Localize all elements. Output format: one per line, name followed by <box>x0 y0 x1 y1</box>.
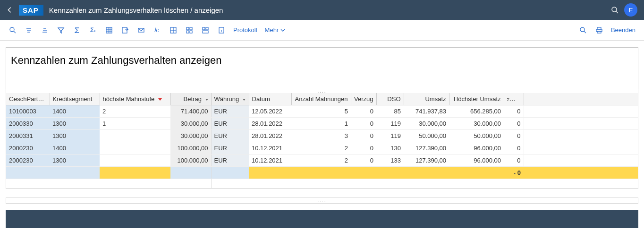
filter-icon[interactable] <box>57 26 65 34</box>
cell-umsatz: 741.937,83 <box>404 105 449 118</box>
svg-point-30 <box>580 27 585 32</box>
layout-icon[interactable] <box>185 26 194 34</box>
chevron-down-icon <box>280 28 285 33</box>
svg-rect-26 <box>203 31 208 33</box>
cell-waehrung: EUR <box>211 142 249 155</box>
sort-desc-icon[interactable] <box>41 26 49 34</box>
page-title: Kennzahlen zum Zahlungsverhalten löschen… <box>49 6 223 14</box>
cell-waehrung: EUR <box>211 118 249 130</box>
spreadsheet-icon[interactable] <box>105 26 113 34</box>
mail-icon[interactable] <box>137 26 145 34</box>
table-row[interactable]: 101000031400271.400,00EUR12.05.202250857… <box>6 105 638 118</box>
panel-title: Kennzahlen zum Zahlungsverhalten anzeige… <box>6 47 638 90</box>
cell-anz-mahnungen: 1 <box>291 118 351 130</box>
subsum-icon[interactable] <box>89 26 97 34</box>
cell-dso: 133 <box>376 155 404 167</box>
cell-anz-mahnungen: 3 <box>291 130 351 142</box>
app-header: SAP Kennzahlen zum Zahlungsverhalten lös… <box>0 0 644 20</box>
layout-change-icon[interactable] <box>201 26 210 34</box>
data-table-wrapper: .... GeschPartner Kreditsegment höchste … <box>6 89 638 189</box>
sum-icon[interactable] <box>73 26 81 34</box>
cell-umsatz: 127.390,00 <box>404 142 449 155</box>
col-dso[interactable]: DSO <box>376 93 404 105</box>
grid-icon[interactable] <box>169 26 178 34</box>
cell-betrag: 30.000,00 <box>170 130 211 142</box>
svg-rect-24 <box>203 27 205 30</box>
cell-extra <box>524 155 638 167</box>
table-resize-handle[interactable]: .... <box>6 89 638 93</box>
secondary-handle[interactable]: .... <box>6 197 638 204</box>
cell-kreditsegment: 1300 <box>50 118 100 130</box>
cell-hoechster-umsatz: 30.000,00 <box>449 118 504 130</box>
cell-anz-mahnungen: 2 <box>291 142 351 155</box>
protocol-label: Protokoll <box>233 26 257 34</box>
cell-kreditsegment: 1300 <box>50 155 100 167</box>
table-row[interactable]: 20003301300130.000,00EUR28.01.2022101193… <box>6 118 638 130</box>
cell-extra <box>524 142 638 155</box>
cell-dso: 85 <box>376 105 404 118</box>
cell-datum: 12.05.2022 <box>249 105 291 118</box>
svg-line-31 <box>584 31 586 33</box>
info-icon[interactable] <box>217 26 226 34</box>
print-icon[interactable] <box>595 26 603 34</box>
exit-button[interactable]: Beenden <box>611 26 636 34</box>
abc-icon[interactable] <box>153 26 161 34</box>
svg-rect-23 <box>190 31 192 33</box>
cell-pro: 0 <box>504 142 524 155</box>
svg-point-0 <box>612 7 617 12</box>
cell-hoechster-umsatz: 96.000,00 <box>449 142 504 155</box>
dropdown-icon <box>205 99 208 101</box>
cell-hoechster-umsatz: 656.285,00 <box>449 105 504 118</box>
col-geschpartner[interactable]: GeschPartner <box>6 93 50 105</box>
blank-row <box>6 179 638 189</box>
cell-betrag: 100.000,00 <box>170 142 211 155</box>
cell-dso: 119 <box>376 118 404 130</box>
cell-dso: 119 <box>376 130 404 142</box>
cell-waehrung: EUR <box>211 130 249 142</box>
protocol-button[interactable]: Protokoll <box>233 26 257 34</box>
sort-asc-icon[interactable] <box>25 26 33 34</box>
table-row[interactable]: 20002301400100.000,00EUR10.12.2021201301… <box>6 142 638 155</box>
cell-umsatz: 50.000,00 <box>404 130 449 142</box>
cell-hoechster-umsatz: 50.000,00 <box>449 130 504 142</box>
table-row[interactable]: 2000331130030.000,00EUR28.01.20223011950… <box>6 130 638 142</box>
avatar[interactable]: E <box>624 3 637 17</box>
find-icon[interactable] <box>579 26 587 34</box>
col-hoechster-umsatz[interactable]: Höchster Umsatz <box>449 93 504 105</box>
col-pro[interactable]: ΣPro <box>504 93 524 105</box>
table-row[interactable]: 20002301300100.000,00EUR10.12.2021201331… <box>6 155 638 167</box>
sum-marker-icon: Σ <box>507 97 510 102</box>
search-icon[interactable] <box>611 6 619 14</box>
col-anz-mahnungen[interactable]: Anzahl Mahnungen <box>291 93 351 105</box>
cell-extra <box>524 105 638 118</box>
col-mahnstufe[interactable]: höchste Mahnstufe <box>100 93 170 105</box>
cell-umsatz: 30.000,00 <box>404 118 449 130</box>
col-umsatz[interactable]: Umsatz <box>404 93 449 105</box>
back-icon[interactable] <box>7 7 13 13</box>
cell-kreditsegment: 1400 <box>50 142 100 155</box>
svg-rect-10 <box>106 27 112 33</box>
cell-waehrung: EUR <box>211 155 249 167</box>
cell-extra <box>524 118 638 130</box>
col-datum[interactable]: Datum <box>249 93 291 105</box>
svg-point-2 <box>10 27 14 32</box>
cell-umsatz: 127.390,00 <box>404 155 449 167</box>
cell-mahnstufe: 1 <box>100 118 170 130</box>
cell-mahnstufe: 2 <box>100 105 170 118</box>
col-verzug[interactable]: Verzug <box>351 93 376 105</box>
more-button[interactable]: Mehr <box>265 26 286 34</box>
more-label: Mehr <box>265 26 279 34</box>
cell-datum: 10.12.2021 <box>249 155 291 167</box>
col-waehrung[interactable]: Währung <box>211 93 249 105</box>
detail-icon[interactable] <box>8 26 17 34</box>
col-kreditsegment[interactable]: Kreditsegment <box>50 93 100 105</box>
cell-pro: 0 <box>504 105 524 118</box>
export-icon[interactable] <box>121 26 129 34</box>
cell-dso: 130 <box>376 142 404 155</box>
cell-datum: 10.12.2021 <box>249 142 291 155</box>
cell-verzug: 0 <box>351 105 376 118</box>
data-table: GeschPartner Kreditsegment höchste Mahns… <box>6 93 638 189</box>
col-betrag[interactable]: Betrag <box>170 93 211 105</box>
cell-geschpartner: 10100003 <box>6 105 50 118</box>
cell-geschpartner: 2000230 <box>6 142 50 155</box>
